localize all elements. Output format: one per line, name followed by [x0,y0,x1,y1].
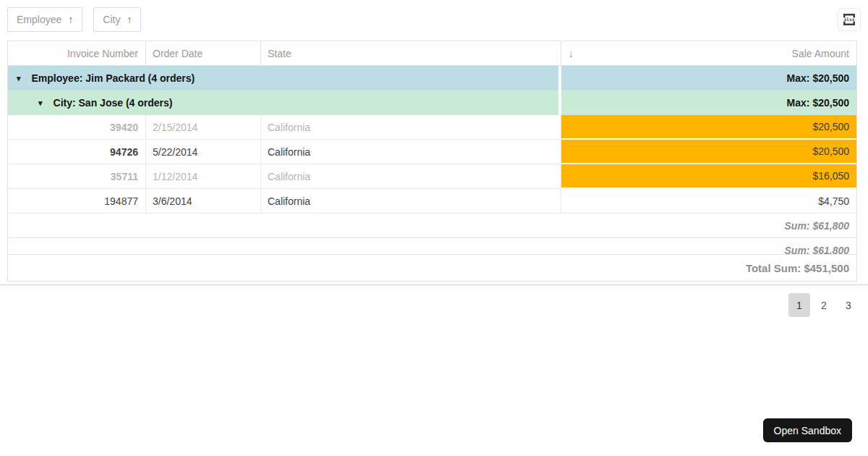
pager: 1 2 3 [788,293,859,317]
group-chip-city[interactable]: City ↑ [93,7,141,32]
invoice-number-cell: 35711 [8,164,146,189]
group-panel: Employee ↑ City ↑ [7,7,141,32]
group-employee-max-aggregate: Max: $20,500 [561,66,856,90]
invoice-number-cell: 194877 [8,189,146,214]
collapse-group-icon[interactable]: ▾ [38,99,43,107]
group-row-employee-cell: ▾ Employee: Jim Packard (4 orders) [8,66,561,90]
open-sandbox-button[interactable]: Open Sandbox [763,418,852,442]
column-header-state-label: State [268,48,292,59]
column-header-invoice-number-label: Invoice Number [67,48,138,59]
table-row: 35711 1/12/2014 California $16,050 [8,164,856,189]
group-row-city-label: City: San Jose (4 orders) [54,97,173,109]
page-button-3[interactable]: 3 [838,293,859,317]
group-row-employee: ▾ Employee: Jim Packard (4 orders) Max: … [8,66,856,90]
column-header-invoice-number[interactable]: Invoice Number [8,41,146,65]
table-row: 39420 2/15/2014 California $20,500 [8,115,856,140]
group-city-max-aggregate: Max: $20,500 [561,90,856,115]
grand-total-footer: Total Sum: $451,500 [8,254,856,281]
order-date-cell: 1/12/2014 [146,164,261,189]
sale-amount-cell: $20,500 [561,140,856,164]
invoice-number-cell: 39420 [8,115,146,140]
page-button-2[interactable]: 2 [813,293,835,317]
state-cell: California [261,164,561,189]
group-footer-sum: Sum: $61,800 [8,214,856,238]
sale-amount-cell: $16,050 [561,164,856,189]
sort-desc-icon: ↓ [569,48,574,59]
sort-asc-icon: ↑ [127,14,132,25]
column-header-order-date-label: Order Date [153,48,203,59]
sort-asc-icon: ↑ [68,14,73,25]
grid-scroll-area[interactable]: ▾ Employee: Jim Packard (4 orders) Max: … [8,66,856,254]
group-row-city-cell: ▾ City: San Jose (4 orders) [8,90,561,115]
excel-export-button[interactable]: xlsx [838,8,861,31]
sale-amount-cell: $4,750 [561,189,856,214]
state-cell: California [261,115,561,140]
state-cell: California [261,189,561,214]
order-date-cell: 5/22/2014 [146,140,261,164]
column-header-sale-amount-label: Sale Amount [792,48,849,59]
sale-amount-cell: $20,500 [561,115,856,140]
group-chip-city-label: City [103,14,120,25]
group-row-city: ▾ City: San Jose (4 orders) Max: $20,500 [8,90,856,115]
grid-header-row: Invoice Number Order Date State ↓ Sale A… [8,41,856,66]
page-button-1[interactable]: 1 [788,293,810,317]
order-date-cell: 3/6/2014 [146,189,261,214]
column-header-sale-amount[interactable]: ↓ Sale Amount [561,41,856,65]
group-chip-employee-label: Employee [17,14,61,25]
table-row: 194877 3/6/2014 California $4,750 [8,189,856,214]
column-header-order-date[interactable]: Order Date [146,41,261,65]
order-date-cell: 2/15/2014 [146,115,261,140]
svg-text:xlsx: xlsx [844,17,855,22]
pager-separator [0,284,868,286]
group-footer-sum-clipped: Sum: $61,800 [8,238,856,254]
data-grid: Invoice Number Order Date State ↓ Sale A… [7,41,857,282]
column-header-state[interactable]: State [261,41,561,65]
xlsx-export-icon: xlsx [843,13,856,26]
table-row: 94726 5/22/2014 California $20,500 [8,140,856,164]
group-row-employee-label: Employee: Jim Packard (4 orders) [32,72,195,84]
invoice-number-cell: 94726 [8,140,146,164]
collapse-group-icon[interactable]: ▾ [17,75,21,83]
state-cell: California [261,140,561,164]
group-chip-employee[interactable]: Employee ↑ [7,7,82,32]
